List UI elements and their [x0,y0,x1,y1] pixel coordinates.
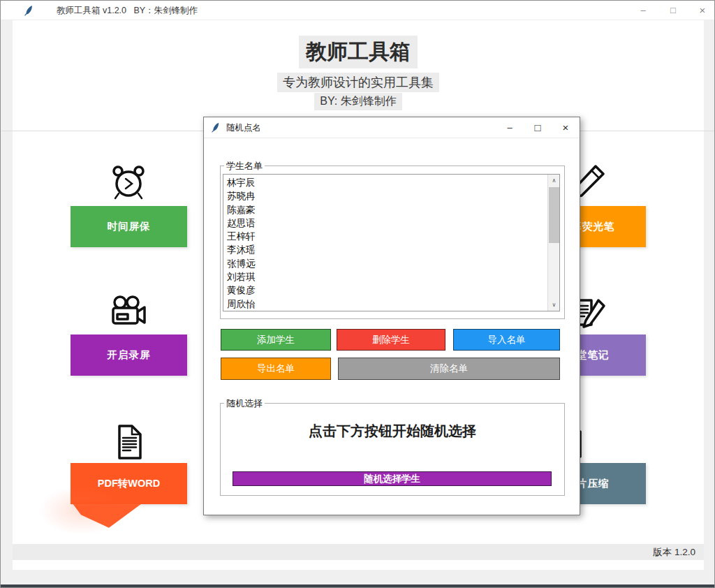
dialog-titlebar: 随机点名 – □ × [204,117,580,138]
maximize-button[interactable]: □ [663,1,684,20]
dialog-title: 随机点名 [226,117,261,138]
dialog-minimize-button[interactable]: – [499,117,521,138]
feather-icon [24,5,35,16]
import-list-button[interactable]: 导入名单 [453,329,560,351]
delete-student-button[interactable]: 删除学生 [337,329,445,351]
record-screen-button[interactable]: 开启录屏 [71,335,187,376]
scroll-up-icon[interactable]: ∧ [548,175,560,186]
clear-list-button[interactable]: 清除名单 [338,358,560,380]
app-titlebar: 教师工具箱 v1.2.0 BY：朱剑锋制作 – □ × [1,1,714,20]
page-title: 教师工具箱 [1,36,715,68]
student-list[interactable]: 林宇辰 苏晓冉 陈嘉豪 赵思语 王梓轩 李沐瑶 张博远 刘若琪 黄俊彦 周欣怡 … [223,174,560,311]
close-button[interactable]: × [692,1,713,20]
video-camera-icon [109,294,148,333]
list-item[interactable]: 周欣怡 [223,297,547,311]
random-select-button[interactable]: 随机选择学生 [233,471,552,486]
list-scrollbar[interactable]: ∧ ∨ [547,175,559,311]
list-item[interactable]: 陈嘉豪 [223,203,547,216]
export-list-button[interactable]: 导出名单 [221,358,331,380]
version-strip: 版本 1.2.0 [13,544,704,560]
list-item[interactable]: 林宇辰 [223,176,547,189]
feather-icon [212,122,221,133]
list-item[interactable]: 张博远 [223,257,547,270]
version-label: 版本 1.2.0 [653,544,695,560]
dialog-window: 随机点名 – □ × 学生名单 林宇辰 苏晓冉 陈嘉豪 赵思语 王梓轩 李沐瑶 … [203,117,580,515]
document-icon [110,422,149,462]
minimize-button[interactable]: – [633,1,654,20]
page-subtitle: 专为教师设计的实用工具集 [1,73,715,92]
dialog-close-button[interactable]: × [554,117,577,138]
time-screensaver-button[interactable]: 时间屏保 [71,206,187,247]
page-byline: BY: 朱剑锋制作 [1,93,715,110]
scroll-down-icon[interactable]: ∨ [548,300,560,310]
list-item[interactable]: 苏晓冉 [223,189,547,203]
app-title: 教师工具箱 v1.2.0 BY：朱剑锋制作 [57,1,198,20]
student-group-label: 学生名单 [224,160,265,172]
prompt-text: 点击下方按钮开始随机选择 [221,422,564,441]
dialog-maximize-button[interactable]: □ [526,117,549,138]
alarm-clock-icon [109,163,148,202]
add-student-button[interactable]: 添加学生 [221,329,331,351]
scrollbar-thumb[interactable] [549,187,559,243]
list-item[interactable]: 李沐瑶 [223,243,547,256]
list-item[interactable]: 刘若琪 [223,270,547,284]
list-item[interactable]: 王梓轩 [223,230,547,243]
student-list-items: 林宇辰 苏晓冉 陈嘉豪 赵思语 王梓轩 李沐瑶 张博远 刘若琪 黄俊彦 周欣怡 [223,176,547,311]
random-group-label: 随机选择 [224,397,265,410]
list-item[interactable]: 赵思语 [223,216,547,230]
bottom-bar [1,585,715,587]
list-item[interactable]: 黄俊彦 [223,284,547,297]
app-window: 教师工具箱 v1.2.0 BY：朱剑锋制作 – □ × 教师工具箱 专为教师设计… [0,0,715,588]
